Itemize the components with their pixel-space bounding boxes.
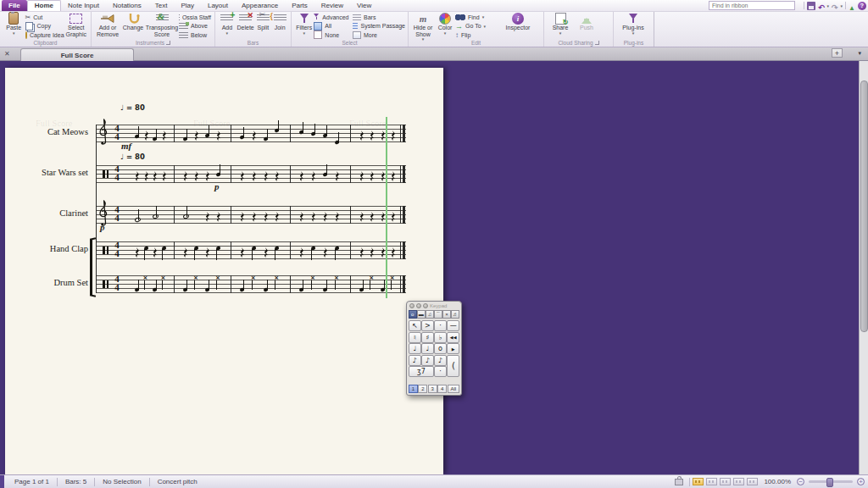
select-bars-button[interactable]: Bars [353,13,405,22]
select-more-button[interactable]: More [353,30,405,40]
transposing-score-button[interactable]: & Transposing Score [145,12,179,37]
share-button[interactable]: Share▾ [547,12,574,35]
paste-button[interactable]: Paste▾ [3,12,25,35]
undo-menu-caret-icon[interactable]: ▾ [827,3,830,8]
join-bars-button[interactable]: { Join [271,12,288,31]
hide-or-show-button[interactable]: Hide or Show▾ [411,12,435,41]
keypad-tab-common-notes[interactable]: o [409,310,417,319]
ribbon-tab-review[interactable]: Review [314,0,350,11]
keypad-tab-beams-tremolos[interactable]: ♫ [426,310,434,319]
keypad-tab-jazz-articulations[interactable]: × [442,310,451,319]
keypad-whole-note-button[interactable]: o [434,343,447,354]
save-button[interactable] [807,2,815,10]
ribbon-tab-appearance[interactable]: Appearance [235,0,285,11]
zoom-out-button[interactable]: − [797,478,804,485]
ribbon-tab-home[interactable]: Home [27,0,61,11]
keypad-voice-4[interactable]: 4 [437,385,447,393]
keypad-voice-3[interactable]: 3 [428,385,437,393]
filters-button[interactable]: Filters▾ [294,12,314,35]
keypad-rest-button[interactable]: ʒ7 [409,366,434,377]
delete-bars-button[interactable]: ✕ Delete [236,12,255,31]
keypad-half-note-button[interactable]: ♩ [421,343,434,354]
help-button[interactable]: ? [858,2,866,10]
keypad-tab-articulations[interactable]: ⌒ [434,310,442,319]
color-button[interactable]: Color▾ [435,12,455,35]
select-all-button[interactable]: All [314,22,353,31]
keypad-mouse-pointer-button[interactable]: ↖ [409,320,421,331]
select-advanced-button[interactable]: Advanced [314,13,353,22]
find-in-ribbon-input[interactable] [709,1,795,10]
keypad-rewind-button[interactable]: ◀◀ [447,332,459,343]
add-bars-button[interactable]: + Add▾ [218,12,236,35]
select-graphic-button[interactable]: Select Graphic [64,12,88,37]
minimize-ribbon-button[interactable] [849,0,855,14]
select-none-button[interactable]: None [314,30,353,40]
view-mode-4-button[interactable] [733,478,744,485]
window-close-icon[interactable] [409,303,415,308]
keypad-tab-more-notes[interactable]: ▬ [417,310,426,319]
keypad-natural-button[interactable]: ♮ [409,332,421,343]
close-tab-icon[interactable]: ✕ [4,50,10,58]
zoom-slider-thumb[interactable] [826,478,833,487]
scrollbar-thumb[interactable] [860,80,868,332]
dialog-launcher-icon[interactable] [166,41,170,45]
vertical-scrollbar[interactable] [859,60,868,474]
document-tab-full-score[interactable]: Full Score [20,48,134,61]
keypad-staccato-button[interactable]: · [434,320,447,331]
score-view[interactable]: Full ScoreFull ScoreFull ScoreCat Meows4… [0,60,860,474]
select-system-passage-button[interactable]: System Passage [353,22,405,31]
view-mode-2-button[interactable] [706,478,717,485]
ribbon-tab-parts[interactable]: Parts [285,0,314,11]
keypad-play-advance-button[interactable]: ▶ [447,343,459,354]
ribbon-tab-note-input[interactable]: Note Input [61,0,106,11]
keypad-sharp-button[interactable]: ♯ [421,332,434,343]
new-tab-button[interactable]: + [832,48,843,58]
ossia-staff-button[interactable]: Ossia Staff [179,13,211,22]
keypad-augmentation-dot-button[interactable]: · [434,366,447,377]
keypad-quarter-note-button[interactable]: ♩ [409,343,421,354]
undo-button[interactable] [818,0,825,14]
ribbon-tab-view[interactable]: View [350,0,378,11]
ribbon-tab-notations[interactable]: Notations [106,0,148,11]
go-to-button[interactable]: Go To▾ [455,22,503,31]
keypad-eighth-note-button[interactable]: ♪ [421,355,434,366]
keypad-voice-all[interactable]: All [448,385,459,393]
score-page[interactable]: Full ScoreFull ScoreFull ScoreCat Meows4… [5,68,443,474]
tab-menu-icon[interactable]: ▾ [858,50,861,57]
ribbon-tab-file[interactable]: File [2,0,27,11]
dialog-launcher-icon[interactable] [595,41,599,45]
staff-above-button[interactable]: Above [179,22,211,31]
zoom-slider[interactable] [809,480,853,483]
find-button[interactable]: Find▾ [455,13,503,22]
keypad-voice-1[interactable]: 1 [409,385,418,393]
keypad-voice-2[interactable]: 2 [418,385,427,393]
window-zoom-icon[interactable] [423,303,428,308]
ribbon-tab-text[interactable]: Text [148,0,175,11]
plugins-button[interactable]: Plug-ins▾ [616,12,650,35]
keypad-grace-note-button[interactable]: ♪ [434,355,447,366]
window-minimize-icon[interactable] [416,303,421,308]
zoom-in-button[interactable]: + [857,478,865,485]
split-bar-button[interactable]: ✂ Split [254,12,271,31]
inspector-button[interactable]: i Inspector [503,12,533,31]
keypad-tab-accidentals[interactable]: ♬ [451,310,459,319]
redo-menu-caret-icon[interactable]: ▾ [841,3,843,8]
ribbon-tab-play[interactable]: Play [174,0,201,11]
ribbon-tab-layout[interactable]: Layout [201,0,235,11]
keypad-titlebar[interactable]: Keypad [407,302,461,309]
change-instrument-button[interactable]: Change [121,12,145,31]
keypad-tenuto-button[interactable]: — [447,320,459,331]
view-mode-3-button[interactable] [720,478,731,485]
flip-button[interactable]: Flip [455,30,503,40]
view-mode-panorama-button[interactable] [693,478,704,485]
copy-button[interactable]: Copy [25,22,64,31]
add-or-remove-instruments-button[interactable]: Add or Remove [94,12,121,37]
staff-below-button[interactable]: Below [179,30,211,40]
capture-idea-button[interactable]: Capture Idea [25,30,64,40]
keypad-sixteenth-note-button[interactable]: ♪ [409,355,421,366]
view-mode-5-button[interactable] [747,478,758,485]
cut-button[interactable]: Cut [25,13,64,22]
keypad-tie-button[interactable]: ( [447,355,459,378]
redo-button[interactable] [832,0,838,14]
keypad-flat-button[interactable]: ♭ [434,332,447,343]
